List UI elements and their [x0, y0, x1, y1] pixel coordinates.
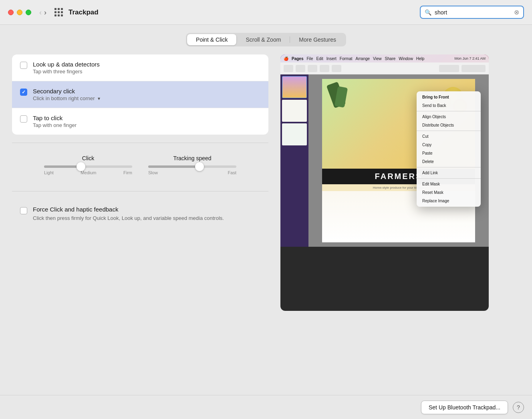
click-label-light: Light [44, 170, 54, 175]
tab-scroll-zoom[interactable]: Scroll & Zoom [237, 34, 290, 45]
setting-text-tap-to-click: Tap to click Tap with one finger [33, 115, 77, 128]
tabs: Point & Click Scroll & Zoom More Gesture… [186, 33, 346, 46]
setting-label-secondary-click: Secondary click [33, 88, 100, 95]
toolbar-btn-5 [332, 65, 341, 72]
tab-more-gestures[interactable]: More Gestures [290, 34, 345, 45]
setting-text-lookup: Look up & data detectors Tap with three … [33, 61, 100, 75]
menu-format: Format [340, 56, 353, 61]
menu-help: Help [416, 56, 425, 61]
force-click-section: Force Click and haptic feedback Click th… [12, 199, 268, 229]
right-panel: 🍎 Pages File Edit Insert Format Arrange … [280, 54, 489, 389]
tab-point-click[interactable]: Point & Click [187, 34, 236, 45]
context-menu-sep-2 [417, 131, 481, 131]
setting-label-tap-to-click: Tap to click [33, 115, 77, 121]
minimize-button[interactable] [17, 10, 22, 15]
content-area: Look up & data detectors Tap with three … [12, 54, 520, 389]
tracking-label-fast: Fast [228, 170, 236, 175]
back-arrow[interactable]: ‹ [39, 9, 42, 16]
titlebar: ‹ › Trackpad 🔍 ⊗ [0, 0, 532, 25]
bottom-bar: Set Up Bluetooth Trackpad... ? [0, 395, 532, 419]
nav-arrows: ‹ › [39, 9, 46, 16]
click-slider-thumb[interactable] [77, 162, 85, 171]
toolbar-format [439, 65, 459, 72]
search-input[interactable] [435, 9, 511, 16]
setup-bluetooth-button[interactable]: Set Up Bluetooth Trackpad... [421, 401, 508, 414]
traffic-lights [8, 10, 31, 15]
force-click-text: Force Click and haptic feedback Click th… [33, 206, 224, 222]
context-menu-item-add-link[interactable]: Add Link [417, 169, 481, 177]
checkbox-lookup[interactable] [20, 62, 27, 69]
search-clear-icon[interactable]: ⊗ [514, 8, 519, 16]
checkbox-secondary-click[interactable] [20, 89, 27, 96]
tracking-slider-fill [148, 165, 200, 168]
setting-item-tap-to-click[interactable]: Tap to click Tap with one finger [12, 108, 268, 135]
click-slider-labels: Light Medium Firm [44, 170, 132, 175]
menu-arrange: Arrange [356, 56, 370, 61]
tracking-label-slow: Slow [148, 170, 158, 175]
menu-view: View [373, 56, 382, 61]
force-click-description: Click then press firmly for Quick Look, … [33, 214, 224, 222]
forward-arrow[interactable]: › [44, 9, 46, 16]
search-box[interactable]: 🔍 ⊗ [420, 6, 524, 19]
setting-sublabel-tap-to-click: Tap with one finger [33, 122, 77, 128]
context-menu-item-copy[interactable]: Copy [417, 141, 481, 149]
click-slider-fill [44, 165, 81, 168]
menu-apple: 🍎 [284, 56, 288, 61]
dropdown-arrow-secondary-click[interactable]: ▾ [98, 96, 100, 101]
context-menu-item-delete[interactable]: Delete [417, 157, 481, 166]
mac-menubar-right: Mon Jun 7 2:41 AM [454, 56, 486, 60]
tracking-slider-track[interactable] [148, 165, 236, 168]
context-menu-item-distribute[interactable]: Distribute Objects [417, 121, 481, 129]
sliders-section: Click Light Medium Firm Tracki [12, 151, 268, 183]
context-menu-item-align[interactable]: Align Objects [417, 113, 481, 121]
sliders-row: Click Light Medium Firm Tracki [20, 155, 260, 175]
context-menu-item-reset-mask[interactable]: Reset Mask [417, 188, 481, 197]
setting-sublabel-lookup: Tap with three fingers [33, 68, 100, 75]
setting-label-lookup: Look up & data detectors [33, 61, 100, 68]
tracking-slider-group: Tracking speed Slow Fast [148, 155, 236, 175]
page-thumb-3 [282, 123, 307, 145]
context-menu-item-cut[interactable]: Cut [417, 132, 481, 141]
menu-window: Window [399, 56, 413, 61]
force-click-label: Force Click and haptic feedback [33, 206, 224, 213]
tracking-slider-label: Tracking speed [173, 155, 211, 161]
menu-time: Mon Jun 7 2:41 AM [454, 56, 486, 60]
context-menu-item-edit-mask[interactable]: Edit Mask [417, 180, 481, 188]
poster-title: FARMERS [375, 172, 423, 181]
maximize-button[interactable] [26, 10, 31, 15]
force-click-item[interactable]: Force Click and haptic feedback Click th… [20, 206, 260, 222]
context-menu-item-send-to-back[interactable]: Send to Back [417, 101, 481, 110]
context-menu-item-replace-image[interactable]: Replace Image [417, 197, 481, 205]
setting-text-secondary-click: Secondary click Click in bottom right co… [33, 88, 100, 101]
toolbar-btn-3 [308, 65, 317, 72]
tracking-slider-labels: Slow Fast [148, 170, 236, 175]
page-thumb-1 [282, 76, 307, 98]
left-panel: Look up & data detectors Tap with three … [12, 54, 268, 389]
setting-sublabel-secondary-click: Click in bottom right corner ▾ [33, 95, 100, 101]
context-menu-sep-4 [417, 178, 481, 179]
checkbox-force-click[interactable] [20, 207, 27, 214]
menu-insert: Insert [326, 56, 337, 61]
pages-main: FARMERS Home-style produce for your kitc… [308, 75, 489, 247]
help-button[interactable]: ? [513, 402, 524, 413]
context-menu-item-bring-to-front[interactable]: Bring to Front [417, 93, 481, 101]
toolbar-btn-4 [320, 65, 329, 72]
page-thumb-2 [282, 100, 307, 122]
setting-item-secondary-click[interactable]: Secondary click Click in bottom right co… [12, 81, 268, 108]
context-menu-sep-1 [417, 111, 481, 111]
click-label-medium: Medium [81, 170, 96, 175]
toolbar-document [461, 65, 486, 72]
tracking-slider-thumb[interactable] [195, 162, 204, 171]
setting-item-lookup[interactable]: Look up & data detectors Tap with three … [12, 54, 268, 81]
checkbox-tap-to-click[interactable] [20, 115, 27, 123]
pages-content: FARMERS Home-style produce for your kitc… [280, 75, 489, 247]
app-grid-icon[interactable] [54, 8, 63, 16]
close-button[interactable] [8, 10, 14, 15]
window-title: Trackpad [69, 8, 99, 16]
click-slider-label: Click [82, 155, 94, 161]
menu-file: File [306, 56, 313, 61]
click-slider-track[interactable] [44, 165, 132, 168]
context-menu-item-paste[interactable]: Paste [417, 149, 481, 157]
settings-panel: Look up & data detectors Tap with three … [12, 54, 268, 135]
toolbar-btn-1 [284, 65, 293, 72]
